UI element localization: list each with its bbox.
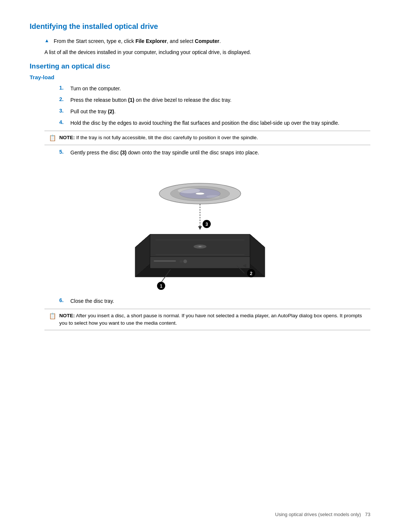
svg-text:2: 2	[250, 271, 253, 276]
bullet-text-1: From the Start screen, type e, click Fil…	[54, 37, 370, 45]
footer-page: 73	[365, 512, 370, 517]
steps-list: 1. Turn on the computer. 2. Press the re…	[59, 85, 370, 127]
svg-rect-16	[154, 260, 176, 262]
svg-marker-7	[198, 226, 202, 230]
step-5-text: Gently press the disc (3) down onto the …	[70, 149, 370, 157]
step-2: 2. Press the release button (1) on the d…	[59, 96, 370, 104]
step-5: 5. Gently press the disc (3) down onto t…	[59, 149, 370, 157]
step-4: 4. Hold the disc by the edges to avoid t…	[59, 119, 370, 127]
step-4-text: Hold the disc by the edges to avoid touc…	[70, 119, 370, 127]
step-5-num: 5.	[59, 149, 66, 155]
disc-tray-illustration: 3	[122, 164, 278, 290]
step-1-num: 1.	[59, 85, 66, 91]
svg-point-4	[178, 188, 200, 193]
step-6-text: Close the disc tray.	[70, 297, 370, 305]
step-4-num: 4.	[59, 119, 66, 125]
note-box-1: 📋 NOTE: If the tray is not fully accessi…	[44, 131, 370, 145]
step-6-num: 6.	[59, 297, 66, 303]
section1-body: A list of all the devices installed in y…	[44, 48, 370, 56]
note-label-2: NOTE:	[59, 313, 75, 318]
note-text-1: NOTE: If the tray is not fully accessibl…	[59, 134, 258, 141]
step-3-num: 3.	[59, 108, 66, 114]
svg-rect-15	[150, 257, 250, 268]
step-2-num: 2.	[59, 96, 66, 102]
note-content-2: After you insert a disc, a short pause i…	[59, 313, 362, 326]
step-1: 1. Turn on the computer.	[59, 85, 370, 93]
step-3-text: Pull out the tray (2).	[70, 108, 370, 116]
step-3: 3. Pull out the tray (2).	[59, 108, 370, 116]
step-5-container: 5. Gently press the disc (3) down onto t…	[59, 149, 370, 157]
note-icon-2: 📋	[49, 312, 56, 319]
bullet-triangle-icon: ▲	[44, 38, 49, 43]
section1-title: Identifying the installed optical drive	[30, 22, 370, 31]
step-6-container: 6. Close the disc tray.	[59, 297, 370, 305]
note-content-1: If the tray is not fully accessible, til…	[75, 135, 258, 140]
svg-point-3	[196, 193, 204, 195]
note-icon-1: 📋	[49, 134, 56, 141]
step-6: 6. Close the disc tray.	[59, 297, 370, 305]
section2-title: Inserting an optical disc	[30, 62, 370, 70]
svg-text:1: 1	[160, 284, 163, 289]
svg-text:3: 3	[206, 222, 208, 227]
svg-rect-18	[180, 260, 183, 262]
disc-illustration-container: 3	[30, 164, 370, 290]
svg-point-21	[199, 246, 201, 247]
note-box-2: 📋 NOTE: After you insert a disc, a short…	[44, 309, 370, 331]
svg-point-5	[206, 195, 220, 198]
note-text-2: NOTE: After you insert a disc, a short p…	[59, 312, 366, 327]
footer: Using optical drives (select models only…	[275, 512, 370, 517]
note-label-1: NOTE:	[59, 135, 75, 140]
svg-point-17	[183, 260, 187, 263]
step-1-text: Turn on the computer.	[70, 85, 370, 93]
bullet-item-1: ▲ From the Start screen, type e, click F…	[44, 37, 370, 45]
subsection-title: Tray-load	[30, 74, 370, 80]
footer-text: Using optical drives (select models only…	[275, 512, 361, 517]
step-2-text: Press the release button (1) on the driv…	[70, 96, 370, 104]
